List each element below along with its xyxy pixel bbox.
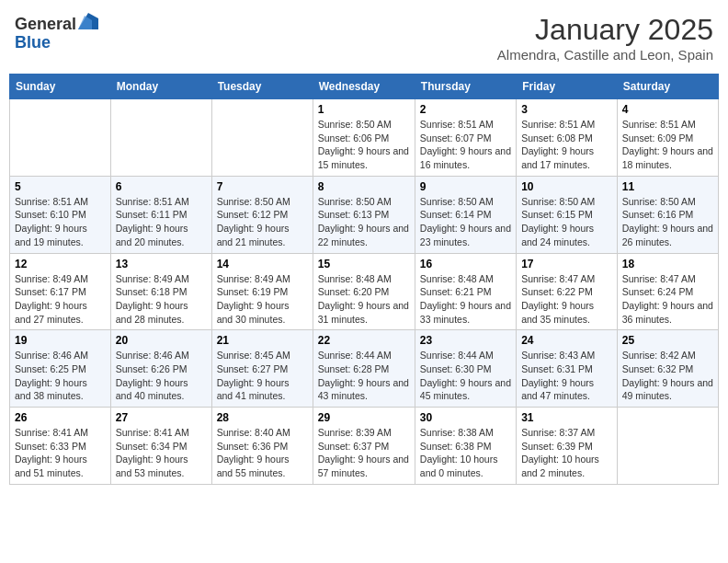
day-number: 28 xyxy=(217,411,308,424)
calendar-day-cell: 12Sunrise: 8:49 AM Sunset: 6:17 PM Dayli… xyxy=(10,253,111,330)
calendar-day-cell: 6Sunrise: 8:51 AM Sunset: 6:11 PM Daylig… xyxy=(110,176,211,253)
day-info: Sunrise: 8:46 AM Sunset: 6:26 PM Dayligh… xyxy=(116,349,207,403)
day-info: Sunrise: 8:41 AM Sunset: 6:34 PM Dayligh… xyxy=(116,426,207,480)
day-info: Sunrise: 8:50 AM Sunset: 6:14 PM Dayligh… xyxy=(420,195,511,249)
day-info: Sunrise: 8:51 AM Sunset: 6:08 PM Dayligh… xyxy=(521,118,612,172)
calendar-day-cell: 10Sunrise: 8:50 AM Sunset: 6:15 PM Dayli… xyxy=(517,176,618,253)
calendar-day-cell: 21Sunrise: 8:45 AM Sunset: 6:27 PM Dayli… xyxy=(211,330,313,408)
day-info: Sunrise: 8:50 AM Sunset: 6:12 PM Dayligh… xyxy=(217,195,308,249)
calendar-week-row: 26Sunrise: 8:41 AM Sunset: 6:33 PM Dayli… xyxy=(10,408,719,485)
day-number: 16 xyxy=(420,258,511,270)
weekday-header-cell: Friday xyxy=(517,75,618,99)
calendar-day-cell: 26Sunrise: 8:41 AM Sunset: 6:33 PM Dayli… xyxy=(10,408,111,485)
day-info: Sunrise: 8:41 AM Sunset: 6:33 PM Dayligh… xyxy=(15,426,106,480)
day-info: Sunrise: 8:51 AM Sunset: 6:10 PM Dayligh… xyxy=(15,195,106,249)
page-header: General Blue January 2025 Almendra, Cast… xyxy=(9,9,719,66)
calendar-day-cell: 19Sunrise: 8:46 AM Sunset: 6:25 PM Dayli… xyxy=(10,330,111,408)
location-title: Almendra, Castille and Leon, Spain xyxy=(497,47,713,63)
day-info: Sunrise: 8:47 AM Sunset: 6:22 PM Dayligh… xyxy=(521,272,612,327)
day-number: 2 xyxy=(420,103,511,116)
day-number: 25 xyxy=(622,334,713,347)
day-info: Sunrise: 8:51 AM Sunset: 6:11 PM Dayligh… xyxy=(116,195,207,249)
day-number: 23 xyxy=(420,334,511,347)
logo-general-text: General xyxy=(15,15,76,33)
day-number: 7 xyxy=(217,180,308,193)
calendar-day-cell: 3Sunrise: 8:51 AM Sunset: 6:08 PM Daylig… xyxy=(517,99,618,177)
day-number: 19 xyxy=(15,334,106,347)
calendar-day-cell: 4Sunrise: 8:51 AM Sunset: 6:09 PM Daylig… xyxy=(617,99,718,177)
day-info: Sunrise: 8:50 AM Sunset: 6:06 PM Dayligh… xyxy=(318,118,410,172)
calendar-day-cell: 13Sunrise: 8:49 AM Sunset: 6:18 PM Dayli… xyxy=(110,253,211,330)
logo: General Blue xyxy=(15,13,98,52)
day-info: Sunrise: 8:37 AM Sunset: 6:39 PM Dayligh… xyxy=(521,426,612,480)
calendar-day-cell: 11Sunrise: 8:50 AM Sunset: 6:16 PM Dayli… xyxy=(617,176,718,253)
title-block: January 2025 Almendra, Castille and Leon… xyxy=(497,13,713,63)
calendar-day-cell: 28Sunrise: 8:40 AM Sunset: 6:36 PM Dayli… xyxy=(211,408,313,485)
day-number: 24 xyxy=(521,334,612,347)
day-number: 20 xyxy=(116,334,207,347)
day-number: 18 xyxy=(622,258,713,270)
calendar-day-cell xyxy=(617,408,718,485)
calendar-day-cell xyxy=(10,99,111,177)
day-number: 26 xyxy=(15,411,106,424)
day-number: 3 xyxy=(521,103,612,116)
day-info: Sunrise: 8:49 AM Sunset: 6:18 PM Dayligh… xyxy=(116,272,207,327)
calendar-day-cell: 17Sunrise: 8:47 AM Sunset: 6:22 PM Dayli… xyxy=(517,253,618,330)
weekday-header-cell: Monday xyxy=(110,75,211,99)
calendar-day-cell: 23Sunrise: 8:44 AM Sunset: 6:30 PM Dayli… xyxy=(415,330,516,408)
calendar-week-row: 5Sunrise: 8:51 AM Sunset: 6:10 PM Daylig… xyxy=(10,176,719,253)
logo-blue-text: Blue xyxy=(15,33,51,52)
day-number: 15 xyxy=(318,258,410,270)
calendar-week-row: 1Sunrise: 8:50 AM Sunset: 6:06 PM Daylig… xyxy=(10,99,719,177)
calendar-day-cell: 16Sunrise: 8:48 AM Sunset: 6:21 PM Dayli… xyxy=(415,253,516,330)
day-info: Sunrise: 8:43 AM Sunset: 6:31 PM Dayligh… xyxy=(521,349,612,403)
day-number: 27 xyxy=(116,411,207,424)
day-number: 17 xyxy=(521,258,612,270)
day-info: Sunrise: 8:49 AM Sunset: 6:17 PM Dayligh… xyxy=(15,272,106,327)
calendar-week-row: 12Sunrise: 8:49 AM Sunset: 6:17 PM Dayli… xyxy=(10,253,719,330)
day-info: Sunrise: 8:49 AM Sunset: 6:19 PM Dayligh… xyxy=(217,272,308,327)
day-number: 9 xyxy=(420,180,511,193)
weekday-header-row: SundayMondayTuesdayWednesdayThursdayFrid… xyxy=(10,75,719,99)
day-info: Sunrise: 8:38 AM Sunset: 6:38 PM Dayligh… xyxy=(420,426,511,480)
logo-icon xyxy=(78,13,98,29)
day-info: Sunrise: 8:51 AM Sunset: 6:07 PM Dayligh… xyxy=(420,118,511,172)
day-info: Sunrise: 8:42 AM Sunset: 6:32 PM Dayligh… xyxy=(622,349,713,403)
calendar-week-row: 19Sunrise: 8:46 AM Sunset: 6:25 PM Dayli… xyxy=(10,330,719,408)
day-number: 31 xyxy=(521,411,612,424)
calendar-day-cell: 9Sunrise: 8:50 AM Sunset: 6:14 PM Daylig… xyxy=(415,176,516,253)
day-number: 12 xyxy=(15,258,106,270)
day-number: 11 xyxy=(622,180,713,193)
calendar-day-cell: 22Sunrise: 8:44 AM Sunset: 6:28 PM Dayli… xyxy=(313,330,415,408)
weekday-header-cell: Thursday xyxy=(415,75,516,99)
day-number: 22 xyxy=(318,334,410,347)
day-number: 21 xyxy=(217,334,308,347)
day-info: Sunrise: 8:51 AM Sunset: 6:09 PM Dayligh… xyxy=(622,118,713,172)
calendar-day-cell: 1Sunrise: 8:50 AM Sunset: 6:06 PM Daylig… xyxy=(313,99,415,177)
calendar-body: 1Sunrise: 8:50 AM Sunset: 6:06 PM Daylig… xyxy=(10,99,719,485)
calendar-table: SundayMondayTuesdayWednesdayThursdayFrid… xyxy=(9,74,719,485)
day-info: Sunrise: 8:50 AM Sunset: 6:13 PM Dayligh… xyxy=(318,195,410,249)
calendar-day-cell: 14Sunrise: 8:49 AM Sunset: 6:19 PM Dayli… xyxy=(211,253,313,330)
calendar-day-cell: 27Sunrise: 8:41 AM Sunset: 6:34 PM Dayli… xyxy=(110,408,211,485)
day-info: Sunrise: 8:40 AM Sunset: 6:36 PM Dayligh… xyxy=(217,426,308,480)
calendar-day-cell: 5Sunrise: 8:51 AM Sunset: 6:10 PM Daylig… xyxy=(10,176,111,253)
day-info: Sunrise: 8:44 AM Sunset: 6:28 PM Dayligh… xyxy=(318,349,410,403)
day-info: Sunrise: 8:47 AM Sunset: 6:24 PM Dayligh… xyxy=(622,272,713,327)
day-info: Sunrise: 8:44 AM Sunset: 6:30 PM Dayligh… xyxy=(420,349,511,403)
calendar-day-cell: 29Sunrise: 8:39 AM Sunset: 6:37 PM Dayli… xyxy=(313,408,415,485)
calendar-day-cell: 20Sunrise: 8:46 AM Sunset: 6:26 PM Dayli… xyxy=(110,330,211,408)
calendar-day-cell: 18Sunrise: 8:47 AM Sunset: 6:24 PM Dayli… xyxy=(617,253,718,330)
weekday-header-cell: Sunday xyxy=(10,75,111,99)
weekday-header-cell: Wednesday xyxy=(313,75,415,99)
calendar-day-cell: 2Sunrise: 8:51 AM Sunset: 6:07 PM Daylig… xyxy=(415,99,516,177)
calendar-day-cell xyxy=(211,99,313,177)
day-info: Sunrise: 8:50 AM Sunset: 6:16 PM Dayligh… xyxy=(622,195,713,249)
calendar-day-cell: 30Sunrise: 8:38 AM Sunset: 6:38 PM Dayli… xyxy=(415,408,516,485)
calendar-day-cell xyxy=(110,99,211,177)
calendar-day-cell: 15Sunrise: 8:48 AM Sunset: 6:20 PM Dayli… xyxy=(313,253,415,330)
day-info: Sunrise: 8:45 AM Sunset: 6:27 PM Dayligh… xyxy=(217,349,308,403)
day-number: 30 xyxy=(420,411,511,424)
weekday-header-cell: Saturday xyxy=(617,75,718,99)
month-title: January 2025 xyxy=(497,13,713,47)
